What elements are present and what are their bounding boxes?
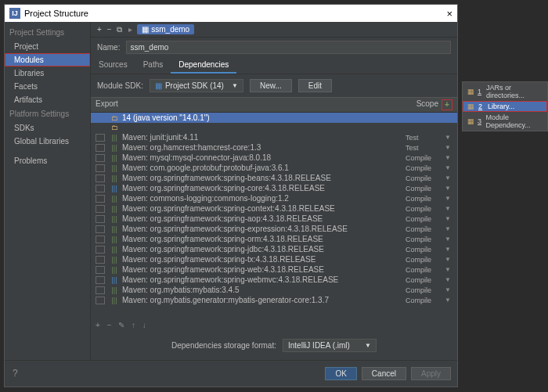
up-icon[interactable]: ↑ (132, 321, 135, 329)
export-checkbox[interactable] (96, 195, 105, 203)
table-row[interactable]: |||Maven: com.google.protobuf:protobuf-j… (91, 163, 457, 173)
scope-value[interactable]: Compile (406, 225, 445, 233)
tab-paths[interactable]: Paths (135, 57, 171, 74)
sidebar-item-sdks[interactable]: SDKs (5, 121, 90, 135)
export-checkbox[interactable] (96, 297, 105, 304)
remove-row-icon[interactable]: − (107, 321, 112, 329)
chevron-down-icon[interactable]: ▼ (445, 286, 452, 293)
table-row[interactable]: |||Maven: org.springframework:spring-con… (91, 203, 457, 214)
ok-button[interactable]: OK (325, 367, 356, 380)
chevron-down-icon[interactable]: ▼ (445, 205, 452, 212)
table-row[interactable]: |||Maven: mysql:mysql-connector-java:8.0… (91, 153, 457, 163)
scope-value[interactable]: Compile (406, 276, 445, 284)
table-row[interactable]: |||Maven: org.springframework:spring-tx:… (91, 254, 457, 264)
sidebar-item-artifacts[interactable]: Artifacts (5, 93, 90, 106)
table-row[interactable]: |||Maven: org.springframework:spring-orm… (91, 234, 457, 244)
export-checkbox[interactable] (96, 276, 105, 284)
chevron-down-icon[interactable]: ▼ (445, 134, 452, 141)
table-row[interactable]: |||Maven: org.springframework:spring-cor… (91, 183, 457, 193)
popup-item[interactable]: ▦1JARs or directories... (463, 82, 547, 101)
scope-value[interactable]: Compile (406, 174, 445, 182)
chevron-down-icon[interactable]: ▼ (445, 276, 452, 283)
export-checkbox[interactable] (96, 185, 105, 192)
table-row[interactable]: |||Maven: org.springframework:spring-web… (91, 264, 457, 275)
table-row[interactable]: |||Maven: org.springframework:spring-web… (91, 275, 457, 285)
export-checkbox[interactable] (96, 164, 105, 172)
scope-value[interactable]: Compile (406, 195, 445, 203)
copy-icon[interactable]: ⧉ (117, 25, 122, 34)
cancel-button[interactable]: Cancel (362, 367, 406, 380)
export-checkbox[interactable] (96, 256, 105, 264)
sidebar-item-facets[interactable]: Facets (5, 80, 90, 93)
sidebar-item-libraries[interactable]: Libraries (5, 67, 90, 80)
chevron-down-icon[interactable]: ▼ (445, 297, 452, 304)
scope-value[interactable]: Compile (406, 205, 445, 213)
export-checkbox[interactable] (96, 205, 105, 213)
chevron-down-icon[interactable]: ▼ (445, 154, 452, 161)
scope-value[interactable]: Test (406, 134, 445, 142)
table-row[interactable]: 🗀 (91, 123, 457, 132)
table-row[interactable]: |||Maven: org.mybatis.generator:mybatis-… (91, 295, 457, 305)
scope-value[interactable]: Compile (406, 286, 445, 294)
close-icon[interactable]: × (446, 8, 452, 20)
down-icon[interactable]: ↓ (142, 321, 146, 329)
name-input[interactable] (126, 41, 451, 54)
sidebar-item-project[interactable]: Project (5, 40, 90, 53)
table-row[interactable]: 🗀14 (java version "14.0.1") (91, 113, 457, 123)
help-icon[interactable]: ? (13, 368, 18, 379)
export-checkbox[interactable] (96, 144, 105, 152)
scope-value[interactable]: Compile (406, 164, 445, 172)
chevron-down-icon[interactable]: ▼ (445, 164, 452, 171)
scope-value[interactable]: Compile (406, 236, 445, 243)
module-chip[interactable]: ▦ssm_demo (137, 24, 194, 34)
table-row[interactable]: |||Maven: org.springframework:spring-exp… (91, 224, 457, 234)
table-row[interactable]: |||Maven: org.springframework:spring-aop… (91, 214, 457, 224)
chevron-down-icon[interactable]: ▼ (445, 266, 452, 273)
edit-sdk-button[interactable]: Edit (298, 79, 332, 92)
deps-format-combo[interactable]: IntelliJ IDEA (.iml)▼ (283, 339, 377, 352)
scope-value[interactable]: Test (406, 144, 445, 152)
scope-value[interactable]: Compile (406, 215, 445, 223)
export-checkbox[interactable] (96, 215, 105, 223)
table-row[interactable]: |||Maven: org.springframework:spring-bea… (91, 173, 457, 183)
export-checkbox[interactable] (96, 246, 105, 254)
export-checkbox[interactable] (96, 266, 105, 274)
table-row[interactable]: |||Maven: commons-logging:commons-loggin… (91, 193, 457, 203)
scope-value[interactable]: Compile (406, 266, 445, 274)
export-checkbox[interactable] (96, 134, 105, 142)
scope-value[interactable]: Compile (406, 246, 445, 254)
table-row[interactable]: |||Maven: org.mybatis:mybatis:3.4.5Compi… (91, 285, 457, 295)
add-row-icon[interactable]: + (96, 321, 100, 329)
sidebar-item-modules[interactable]: Modules (5, 53, 90, 67)
popup-item[interactable]: ▦2Library... (463, 101, 547, 112)
chevron-down-icon[interactable]: ▼ (445, 225, 452, 232)
chevron-down-icon[interactable]: ▼ (445, 195, 452, 202)
table-row[interactable]: |||Maven: org.hamcrest:hamcrest-core:1.3… (91, 142, 457, 153)
chevron-down-icon[interactable]: ▼ (445, 246, 452, 253)
scope-value[interactable]: Compile (406, 185, 445, 192)
add-icon[interactable]: + (97, 25, 102, 34)
table-row[interactable]: |||Maven: org.springframework:spring-jdb… (91, 244, 457, 254)
add-dependency-button[interactable]: + (442, 99, 452, 110)
chevron-down-icon[interactable]: ▼ (445, 256, 452, 263)
chevron-down-icon[interactable]: ▼ (445, 144, 452, 151)
export-checkbox[interactable] (96, 236, 105, 243)
sdk-combo[interactable]: ▦Project SDK (14)▼ (150, 79, 243, 92)
apply-button[interactable]: Apply (411, 367, 451, 380)
sidebar-item-problems[interactable]: Problems (5, 154, 90, 167)
chevron-down-icon[interactable]: ▼ (445, 174, 452, 182)
scope-value[interactable]: Compile (406, 297, 445, 304)
export-checkbox[interactable] (96, 225, 105, 233)
scope-value[interactable]: Compile (406, 256, 445, 264)
remove-icon[interactable]: − (107, 25, 112, 34)
sidebar-item-global-libraries[interactable]: Global Libraries (5, 135, 90, 148)
edit-row-icon[interactable]: ✎ (118, 321, 124, 329)
chevron-down-icon[interactable]: ▼ (445, 215, 452, 222)
new-sdk-button[interactable]: New... (250, 79, 292, 92)
scope-value[interactable]: Compile (406, 154, 445, 162)
popup-item[interactable]: ▦3Module Dependency... (463, 112, 547, 131)
chevron-down-icon[interactable]: ▼ (445, 236, 452, 243)
tab-dependencies[interactable]: Dependencies (171, 57, 236, 74)
export-checkbox[interactable] (96, 286, 105, 294)
tab-sources[interactable]: Sources (91, 57, 135, 74)
